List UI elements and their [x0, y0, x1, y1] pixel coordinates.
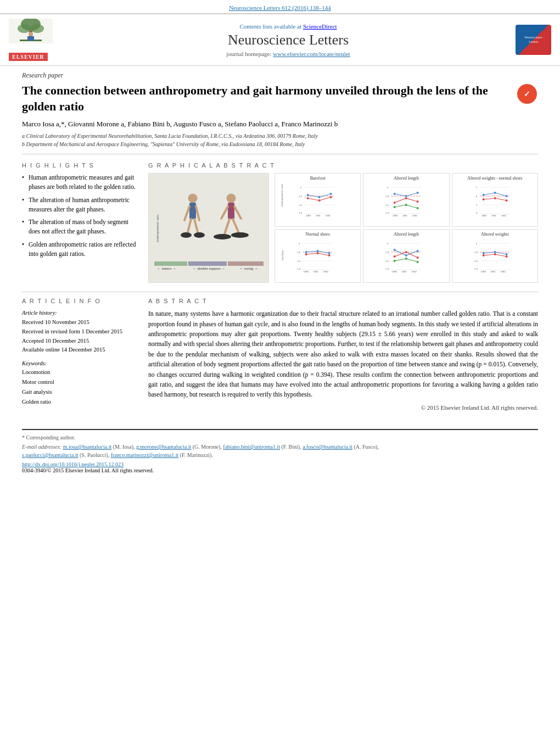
- article-info-abstract-row: A R T I C L E I N F O Article history: R…: [22, 298, 538, 412]
- svg-text:2: 2: [299, 242, 300, 245]
- svg-point-50: [307, 197, 309, 199]
- svg-text:← stance →: ← stance →: [157, 266, 176, 271]
- chart-altered-weights-title: Altered weights - normal shoes: [455, 176, 535, 181]
- email-iosa[interactable]: m.iosa@hsantalucia.it: [63, 444, 112, 450]
- doi-link[interactable]: http://dx.doi.org/10.1016/j.neulet.2015.…: [22, 461, 124, 467]
- svg-text:AR1: AR1: [491, 214, 496, 217]
- corresponding-label: * Corresponding author.: [22, 434, 538, 440]
- svg-point-128: [417, 256, 419, 259]
- chart-normal-shoes-gait: Normal shoes Gait Ratio 2 1.8 1.6 1.4 GR…: [275, 229, 361, 283]
- sciencedirect-link[interactable]: Contents lists available at ScienceDirec…: [69, 23, 507, 30]
- svg-point-89: [482, 198, 484, 200]
- footer-section: * Corresponding author. E-mail addresses…: [0, 434, 560, 484]
- available-date: Available online 14 December 2015: [22, 345, 137, 355]
- affiliation-b: b Department of Mechanical and Aerospace…: [22, 140, 538, 148]
- homepage-url[interactable]: www.elsevier.com/locate/neulet: [273, 51, 350, 57]
- graphical-abstract-charts: Barefoot Anthropometric ratio 2 1.8 1.6 …: [275, 173, 538, 283]
- svg-text:AR0: AR0: [393, 214, 398, 217]
- chart-barefoot-svg: Anthropometric ratio 2 1.8 1.6 1.4 AR0 A…: [277, 182, 358, 217]
- svg-point-2: [18, 24, 31, 33]
- svg-point-6: [29, 32, 33, 36]
- history-label: Article history:: [22, 309, 137, 318]
- svg-text:2: 2: [387, 186, 389, 189]
- svg-point-69: [405, 197, 407, 199]
- svg-point-105: [305, 251, 307, 253]
- svg-text:2: 2: [387, 242, 389, 245]
- keywords-title: Keywords:: [22, 360, 137, 366]
- abstract-paragraph: In nature, many systems have a harmonic …: [148, 309, 538, 400]
- svg-point-107: [328, 252, 331, 254]
- svg-text:AR2: AR2: [326, 214, 331, 217]
- copyright: © 2015 Elsevier Ireland Ltd. All rights …: [148, 403, 538, 413]
- title-row: The connection between anthropometry and…: [22, 83, 538, 114]
- elsevier-text: ELSEVIER: [9, 53, 48, 61]
- sciencedirect-text[interactable]: ScienceDirect: [303, 23, 337, 30]
- svg-point-3: [31, 24, 44, 33]
- chart-altered-length-top-svg: 2 1.8 1.6 1.4 AR0 AR1 AR2: [366, 182, 446, 217]
- corresponding-text: * Corresponding author.: [22, 434, 75, 440]
- chart-altered-weights-gait: Altered weights 2 1.8 1.6 1.4 GR0 GR1 GR…: [452, 229, 538, 283]
- received-date: Received 10 November 2015: [22, 318, 137, 327]
- svg-point-110: [328, 254, 331, 256]
- chart-altered-weights-normal-shoes: Altered weights - normal shoes 7 6 5 4 A…: [452, 173, 538, 227]
- svg-text:1.6: 1.6: [299, 204, 303, 207]
- chart-altered-length-gait: Altered length 2 1.8 1.6 1.4 GR0 GR1 GR2: [363, 229, 449, 283]
- svg-text:1.6: 1.6: [385, 260, 389, 263]
- email-fusco[interactable]: a.fusco@hsantalucia.it: [303, 444, 352, 450]
- highlight-item-1: Human anthropometric measures and gait p…: [22, 173, 137, 192]
- chart-barefoot-title: Barefoot: [277, 176, 358, 181]
- svg-text:2: 2: [475, 242, 477, 245]
- svg-point-20: [227, 194, 236, 203]
- svg-text:✓: ✓: [524, 90, 530, 98]
- svg-point-130: [405, 258, 407, 260]
- svg-rect-21: [228, 203, 234, 219]
- highlights-section: H I G H L I G H T S Human anthropometric…: [22, 162, 137, 283]
- svg-text:1.4: 1.4: [385, 211, 389, 214]
- section-divider-1: [22, 292, 538, 292]
- highlight-item-4: Golden anthropometric ratios are reflect…: [22, 240, 137, 259]
- svg-text:1.4: 1.4: [299, 211, 303, 214]
- svg-point-127: [405, 251, 407, 253]
- article-info-label: A R T I C L E I N F O: [22, 298, 137, 304]
- chart-altered-length-top-title: Altered length: [366, 176, 446, 181]
- email-marinozzi[interactable]: franco.marinozzi@uniroma1.it: [111, 452, 179, 458]
- svg-point-125: [417, 250, 419, 252]
- svg-text:Anthropometric ratio: Anthropometric ratio: [281, 183, 283, 207]
- svg-point-73: [417, 207, 419, 209]
- svg-point-106: [317, 250, 319, 252]
- svg-point-68: [394, 202, 396, 204]
- chart-altered-weights-gait-svg: 2 1.8 1.6 1.4 GR0 GR1 GR2: [455, 238, 535, 274]
- svg-text:AR0: AR0: [306, 214, 311, 217]
- graphical-abstract-label: G R A P H I C A L A B S T R A C T: [148, 162, 538, 169]
- svg-text:AR2: AR2: [501, 214, 506, 217]
- svg-rect-7: [27, 36, 34, 41]
- emails-text: m.iosa@hsantalucia.it (M. Iosa), g.moron…: [22, 444, 379, 458]
- crossmark-area[interactable]: ✓: [516, 83, 538, 105]
- elsevier-logo-area: ELSEVIER: [9, 19, 69, 61]
- svg-text:GR1: GR1: [313, 270, 319, 273]
- neuroscience-journal-logo: NeuroscienceLetters: [516, 25, 551, 55]
- email-morone[interactable]: g.morone@hsantalucia.it: [136, 444, 191, 450]
- svg-text:1.6: 1.6: [474, 260, 478, 263]
- doi-section: http://dx.doi.org/10.1016/j.neulet.2015.…: [22, 461, 538, 473]
- affiliation-a: a Clinical Laboratory of Experimental Ne…: [22, 132, 538, 140]
- svg-rect-33: [228, 261, 264, 266]
- email-bini[interactable]: fabiano.bini@uniroma1.it: [223, 444, 280, 450]
- svg-point-109: [317, 252, 319, 254]
- svg-text:← swing →: ← swing →: [239, 266, 258, 271]
- abstract-label: A B S T R A C T: [148, 298, 538, 304]
- svg-point-52: [330, 196, 332, 198]
- keyword-4: Golden ratio: [22, 397, 137, 407]
- chart-altered-weights-gait-title: Altered weights: [455, 232, 535, 237]
- crossmark-icon[interactable]: ✓: [517, 84, 537, 104]
- svg-point-49: [330, 193, 332, 195]
- svg-text:GR2: GR2: [323, 270, 329, 273]
- svg-point-144: [482, 252, 484, 254]
- chart-normal-shoes-title: Normal shoes: [277, 232, 358, 237]
- svg-text:6: 6: [475, 195, 477, 198]
- chart-altered-weights-svg: 7 6 5 4 AR0 AR1 AR2: [455, 182, 535, 217]
- svg-text:← double support →: ← double support →: [193, 266, 225, 271]
- svg-point-27: [231, 232, 249, 238]
- email-paolucci[interactable]: s.paolucci@hsantalucia.it: [22, 452, 79, 458]
- abstract-text: In nature, many systems have a harmonic …: [148, 309, 538, 412]
